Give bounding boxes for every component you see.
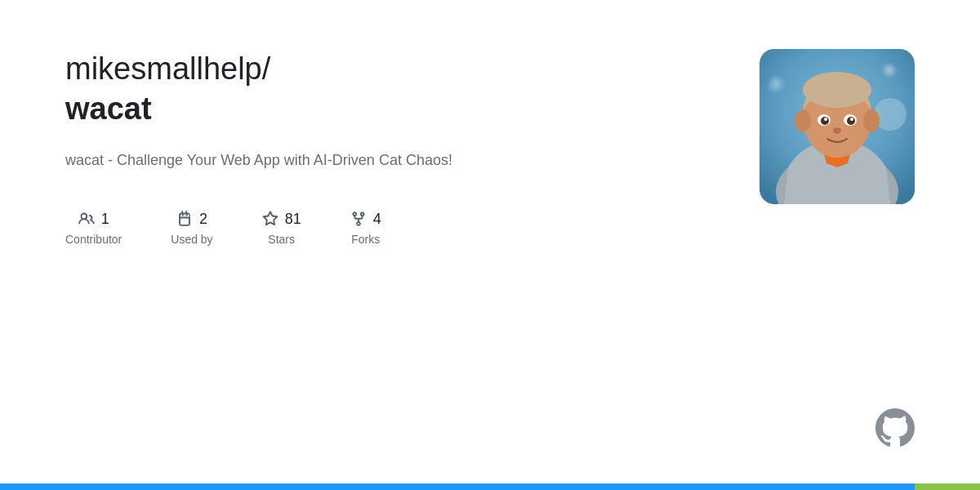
contributors-stat[interactable]: 1 Contributor xyxy=(65,211,122,246)
contributors-icon xyxy=(78,211,95,227)
svg-point-7 xyxy=(795,109,811,132)
used-by-stat[interactable]: 2 Used by xyxy=(171,211,212,246)
forks-stat[interactable]: 4 Forks xyxy=(350,211,381,246)
bottom-bar-green xyxy=(915,483,980,490)
used-by-count: 2 xyxy=(199,211,207,228)
bottom-bar xyxy=(0,483,980,490)
stars-label: Stars xyxy=(268,233,295,246)
stars-icon xyxy=(262,211,278,227)
bottom-bar-blue xyxy=(0,483,915,490)
forks-count: 4 xyxy=(373,211,381,228)
svg-point-14 xyxy=(824,118,827,121)
used-by-icon xyxy=(176,211,193,227)
forks-icon xyxy=(350,211,367,227)
svg-point-16 xyxy=(833,127,841,134)
used-by-label: Used by xyxy=(171,233,212,246)
repo-name: wacat xyxy=(65,91,152,126)
stars-count: 81 xyxy=(285,211,301,228)
github-icon xyxy=(875,408,915,451)
repo-owner: mikesmallhelp/ xyxy=(65,51,270,86)
stats-row: 1 Contributor 2 Used by xyxy=(65,211,915,246)
repo-title: mikesmallhelp/ wacat xyxy=(65,49,678,130)
svg-point-8 xyxy=(863,109,880,132)
contributors-label: Contributor xyxy=(65,233,122,246)
repo-description: wacat - Challenge Your Web App with AI-D… xyxy=(65,149,621,172)
stars-stat[interactable]: 81 Stars xyxy=(262,211,301,246)
svg-point-15 xyxy=(850,118,853,121)
contributors-count: 1 xyxy=(101,211,109,228)
forks-label: Forks xyxy=(351,233,380,246)
user-avatar xyxy=(760,49,915,204)
